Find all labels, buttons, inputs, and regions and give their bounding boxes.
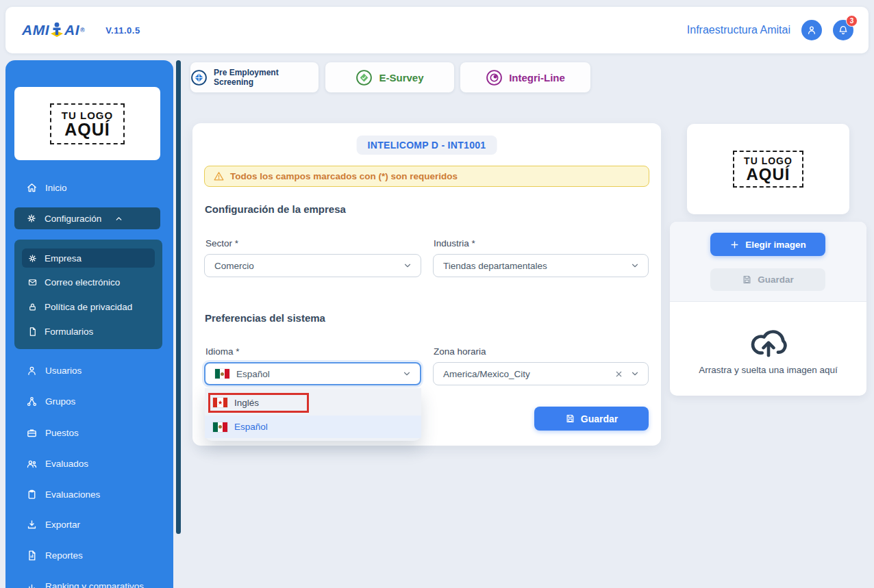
pes-circle-icon	[190, 69, 208, 86]
clear-icon[interactable]	[614, 370, 623, 379]
clipboard-icon	[26, 489, 38, 500]
sidebar-nav: TU LOGO AQUÍ Inicio Configuración	[5, 60, 173, 588]
submenu-item-label: Empresa	[45, 253, 82, 264]
submenu-item-label: Formularios	[45, 327, 93, 337]
envelope-icon	[27, 277, 38, 287]
app-window: AMI AI ® V.11.0.5 Infraestructura Amitai	[0, 0, 874, 588]
tab-label: Pre Employment Screening	[214, 68, 319, 87]
sidebar-item-label: Reportes	[45, 550, 83, 561]
choose-image-button[interactable]: Elegir imagen	[710, 233, 825, 256]
configuracion-submenu: Empresa Correo electrónico Política de p…	[14, 240, 162, 349]
submenu-item-correo[interactable]: Correo electrónico	[22, 272, 155, 292]
version-label: V.11.0.5	[105, 25, 140, 36]
cloud-upload-icon	[747, 322, 790, 358]
tab-integri-line[interactable]: Integri-Line	[460, 62, 590, 92]
logo-text-line1: TU LOGO	[62, 110, 113, 121]
lock-icon	[27, 302, 38, 312]
save-disk-icon	[565, 413, 575, 424]
language-label: Idioma *	[205, 346, 240, 357]
sidebar-item-configuracion[interactable]: Configuración	[14, 207, 160, 229]
company-badge: INTELICOMP D - INT1001	[357, 136, 497, 155]
industry-label: Industria *	[434, 238, 475, 248]
dropzone-text: Arrastra y suelta una imagen aquí	[699, 365, 838, 375]
submenu-item-formularios[interactable]: Formularios	[22, 322, 155, 341]
language-option-espanol[interactable]: Español	[205, 416, 421, 438]
chevron-down-icon	[402, 369, 412, 379]
bar-chart-icon	[26, 580, 38, 588]
language-dropdown-menu: Inglés Español	[205, 388, 421, 441]
sidebar-item-label: Puestos	[45, 428, 79, 438]
tab-label: E-Survey	[379, 72, 423, 84]
sector-select[interactable]: Comercio	[204, 254, 421, 277]
sidebar-item-ranking[interactable]: Ranking y comparativos	[14, 576, 160, 588]
registered-mark: ®	[80, 27, 85, 34]
section-company-heading: Configuración de la empresa	[205, 203, 346, 215]
submenu-item-empresa[interactable]: Empresa	[22, 248, 155, 268]
report-icon	[26, 550, 38, 561]
user-profile-button[interactable]	[801, 20, 822, 40]
language-option-label: Inglés	[234, 398, 259, 408]
logo-text-line2: AQUÍ	[744, 166, 792, 183]
sidebar-item-exportar[interactable]: Exportar	[14, 514, 160, 535]
integriline-circle-icon	[486, 69, 503, 86]
sidebar-item-evaluados[interactable]: Evaluados	[14, 453, 160, 474]
choose-image-label: Elegir imagen	[745, 240, 806, 250]
amitai-logo: AMI AI ®	[22, 22, 85, 38]
chevron-down-icon	[630, 261, 640, 270]
canada-flag-icon	[213, 398, 227, 407]
user-icon	[806, 25, 817, 36]
submenu-item-privacidad[interactable]: Política de privacidad	[22, 297, 155, 316]
language-option-ingles[interactable]: Inglés	[205, 392, 421, 413]
people-icon	[26, 458, 38, 470]
sidebar-item-puestos[interactable]: Puestos	[14, 422, 160, 443]
tab-pre-employment-screening[interactable]: Pre Employment Screening	[190, 62, 319, 92]
logo-dashed-box: TU LOGO AQUÍ	[50, 103, 125, 144]
save-button[interactable]: Guardar	[534, 407, 649, 431]
sidebar-item-inicio[interactable]: Inicio	[14, 177, 160, 198]
sidebar-item-evaluaciones[interactable]: Evaluaciones	[14, 484, 160, 504]
top-header: AMI AI ® V.11.0.5 Infraestructura Amitai	[5, 7, 869, 53]
sidebar-scrollbar[interactable]	[176, 60, 181, 534]
gear-icon	[27, 253, 38, 264]
sidebar-item-label: Ranking y comparativos	[45, 581, 144, 588]
language-select[interactable]: Español	[204, 362, 421, 385]
chevron-down-icon	[630, 369, 640, 379]
image-dropzone[interactable]: Arrastra y suelta una imagen aquí	[670, 302, 866, 396]
language-value: Español	[236, 369, 270, 379]
sidebar-item-label: Configuración	[45, 214, 101, 224]
download-icon	[26, 519, 38, 531]
briefcase-icon	[26, 427, 38, 439]
save-image-label: Guardar	[758, 274, 794, 285]
sidebar-item-label: Grupos	[45, 396, 75, 407]
notifications-button[interactable]: 3	[833, 20, 853, 40]
sidebar-item-label: Evaluados	[45, 459, 88, 469]
plus-icon	[729, 240, 740, 250]
person-icon	[26, 365, 38, 376]
chevron-up-icon	[114, 214, 123, 223]
save-image-button[interactable]: Guardar	[710, 268, 825, 291]
gear-icon	[26, 213, 37, 224]
timezone-value: America/Mexico_City	[443, 369, 530, 379]
brand-text-left: AMI	[22, 22, 49, 38]
esurvey-circle-icon	[355, 69, 373, 86]
tab-label: Integri-Line	[509, 72, 565, 84]
logo-upload-card: Elegir imagen Guardar Arrastra y suelta …	[670, 222, 866, 396]
save-disk-icon	[742, 274, 752, 285]
save-button-label: Guardar	[581, 413, 618, 424]
timezone-select[interactable]: America/Mexico_City	[433, 362, 649, 385]
warning-icon	[213, 170, 225, 182]
amitai-person-icon	[50, 22, 64, 38]
sidebar-item-usuarios[interactable]: Usuarios	[14, 360, 160, 381]
home-icon	[26, 182, 38, 194]
timezone-label: Zona horaria	[434, 346, 486, 357]
required-fields-warning: Todos los campos marcados con (*) son re…	[204, 166, 649, 187]
logo-dashed-box: TU LOGO AQUÍ	[733, 151, 803, 188]
company-settings-card: INTELICOMP D - INT1001 Todos los campos …	[192, 123, 661, 446]
submenu-item-label: Correo electrónico	[45, 277, 120, 287]
tab-e-survey[interactable]: E-Survey	[325, 62, 454, 92]
submenu-item-label: Política de privacidad	[45, 302, 132, 312]
industry-select[interactable]: Tiendas departamentales	[433, 254, 649, 277]
sidebar-logo-placeholder: TU LOGO AQUÍ	[14, 87, 160, 160]
sidebar-item-grupos[interactable]: Grupos	[14, 391, 160, 411]
sidebar-item-reportes[interactable]: Reportes	[14, 545, 160, 565]
